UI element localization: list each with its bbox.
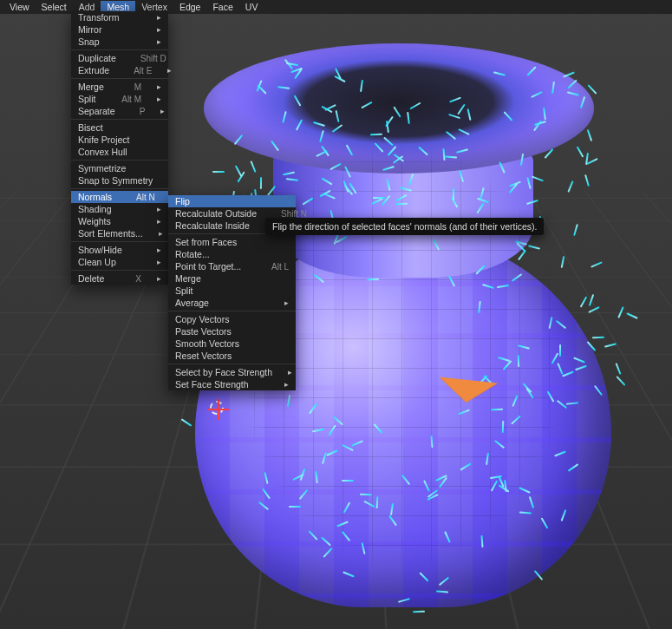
mesh-menu-item-duplicate[interactable]: DuplicateShift D bbox=[71, 52, 168, 64]
normal-tick bbox=[387, 146, 396, 156]
normal-tick bbox=[533, 121, 542, 131]
menu-item-label: Average bbox=[175, 298, 209, 309]
normal-tick bbox=[286, 179, 298, 182]
menu-item-label: Split bbox=[78, 94, 95, 105]
normal-tick bbox=[336, 110, 340, 122]
mesh-menu-item-weights[interactable]: Weights▸ bbox=[71, 215, 168, 227]
menubar-item-select[interactable]: Select bbox=[36, 1, 73, 13]
chevron-right-icon: ▸ bbox=[160, 106, 165, 117]
normal-tick bbox=[531, 91, 542, 98]
normals-menu-item-smooth-vectors[interactable]: Smooth Vectors bbox=[168, 337, 296, 350]
normals-menu-item-select-by-face-strength[interactable]: Select by Face Strength▸ bbox=[168, 366, 296, 378]
chevron-right-icon: ▸ bbox=[157, 245, 161, 256]
menu-item-label: Copy Vectors bbox=[175, 314, 229, 325]
menubar-item-face[interactable]: Face bbox=[206, 1, 238, 13]
menubar-item-uv[interactable]: UV bbox=[239, 1, 264, 13]
normals-menu-item-paste-vectors[interactable]: Paste Vectors bbox=[168, 325, 296, 337]
normal-tick bbox=[386, 121, 389, 133]
menu-item-label: Symmetrize bbox=[78, 163, 126, 174]
mesh-menu-item-convex-hull[interactable]: Convex Hull bbox=[71, 146, 168, 158]
mesh-menu-item-bisect[interactable]: Bisect bbox=[71, 121, 168, 134]
mesh-menu-item-merge[interactable]: MergeM▸ bbox=[71, 81, 168, 93]
normal-tick bbox=[577, 146, 584, 157]
normals-menu-item-flip[interactable]: Flip bbox=[168, 195, 296, 207]
normal-tick bbox=[449, 97, 461, 103]
menu-item-label: Convex Hull bbox=[78, 147, 127, 158]
menu-item-shortcut: Alt E bbox=[134, 65, 152, 76]
normals-menu-item-average[interactable]: Average▸ bbox=[168, 297, 296, 309]
menu-item-label: Set from Faces bbox=[175, 237, 237, 248]
mesh-menu-item-normals[interactable]: NormalsAlt N▸ bbox=[71, 191, 168, 203]
normal-tick bbox=[586, 158, 597, 165]
normal-tick bbox=[393, 155, 404, 164]
normal-tick bbox=[293, 95, 301, 107]
menu-item-label: Split bbox=[175, 285, 192, 297]
normal-tick bbox=[284, 59, 293, 69]
normal-tick bbox=[446, 131, 456, 140]
mesh-menu-item-extrude[interactable]: ExtrudeAlt E▸ bbox=[71, 64, 168, 76]
normals-menu-item-rotate[interactable]: Rotate... bbox=[168, 248, 296, 260]
normal-tick bbox=[466, 108, 471, 121]
normal-tick bbox=[509, 181, 521, 187]
menu-item-label: Merge bbox=[175, 273, 201, 285]
normal-tick bbox=[256, 80, 262, 92]
mesh-menu-item-separator bbox=[71, 241, 168, 242]
mesh-menu-item-knife-project[interactable]: Knife Project bbox=[71, 134, 168, 146]
normals-menu-item-set-face-strength[interactable]: Set Face Strength▸ bbox=[168, 378, 296, 390]
normal-tick bbox=[361, 102, 372, 109]
normal-tick bbox=[212, 171, 225, 173]
normal-tick bbox=[295, 69, 303, 80]
tooltip: Flip the direction of selected faces' no… bbox=[265, 218, 544, 235]
normal-tick bbox=[360, 80, 363, 92]
menubar-item-edge[interactable]: Edge bbox=[173, 1, 207, 13]
normal-tick bbox=[408, 174, 414, 186]
mesh-menu-item-show-hide[interactable]: Show/Hide▸ bbox=[71, 244, 168, 256]
menu-item-label: Sort Elements... bbox=[78, 228, 143, 239]
menu-item-label: Smooth Vectors bbox=[175, 338, 239, 350]
normal-tick bbox=[499, 161, 505, 174]
vase-rim bbox=[204, 43, 594, 174]
mesh-menu-item-delete[interactable]: DeleteX▸ bbox=[71, 272, 168, 285]
normals-menu-item-reset-vectors[interactable]: Reset Vectors bbox=[168, 350, 296, 362]
normal-tick bbox=[238, 172, 245, 183]
normal-tick bbox=[282, 111, 286, 123]
normal-tick bbox=[543, 108, 546, 120]
normal-tick bbox=[588, 84, 597, 95]
mesh-menu-item-separate[interactable]: SeparateP▸ bbox=[71, 105, 168, 117]
menu-item-label: Normals bbox=[78, 192, 112, 203]
chevron-right-icon: ▸ bbox=[159, 228, 163, 239]
normal-tick bbox=[567, 79, 577, 88]
mesh-menu-item-split[interactable]: SplitAlt M▸ bbox=[71, 93, 168, 105]
mesh-menu-item-symmetrize[interactable]: Symmetrize bbox=[71, 162, 168, 174]
normals-menu-item-set-from-faces[interactable]: Set from Faces bbox=[168, 236, 296, 248]
menu-item-shortcut: Alt M bbox=[121, 94, 141, 105]
normals-menu-item-merge[interactable]: Merge bbox=[168, 272, 296, 285]
normals-menu-item-split[interactable]: Split bbox=[168, 285, 296, 297]
normal-tick bbox=[250, 161, 256, 173]
mesh-menu-item-sort-elements[interactable]: Sort Elements...▸ bbox=[71, 227, 168, 239]
mesh-menu-item-mirror[interactable]: Mirror▸ bbox=[71, 23, 168, 36]
normal-tick bbox=[322, 106, 333, 113]
chevron-right-icon: ▸ bbox=[157, 273, 161, 285]
normal-tick bbox=[344, 166, 351, 177]
normal-tick bbox=[335, 68, 342, 79]
menu-item-label: Set Face Strength bbox=[175, 379, 249, 390]
mesh-menu-item-clean-up[interactable]: Clean Up▸ bbox=[71, 256, 168, 268]
mesh-menu[interactable]: Transform▸Mirror▸Snap▸DuplicateShift DEx… bbox=[71, 11, 168, 285]
normal-tick bbox=[534, 121, 546, 126]
mesh-menu-item-transform[interactable]: Transform▸ bbox=[71, 11, 168, 23]
normal-tick bbox=[527, 177, 532, 189]
normals-menu-item-point-to-target[interactable]: Point to Target...Alt L bbox=[168, 260, 296, 272]
normals-menu-item-copy-vectors[interactable]: Copy Vectors bbox=[168, 313, 296, 325]
normal-tick bbox=[324, 104, 336, 111]
mesh-menu-item-separator bbox=[71, 188, 168, 189]
normal-tick bbox=[504, 111, 513, 121]
menu-item-label: Paste Vectors bbox=[175, 326, 232, 337]
mesh-menu-item-separator bbox=[71, 49, 168, 50]
normal-tick bbox=[458, 129, 470, 136]
menubar-item-view[interactable]: View bbox=[3, 1, 36, 13]
normal-tick bbox=[585, 174, 590, 187]
mesh-menu-item-snap-to-symmetry[interactable]: Snap to Symmetry bbox=[71, 174, 168, 187]
mesh-menu-item-shading[interactable]: Shading▸ bbox=[71, 203, 168, 215]
mesh-menu-item-snap[interactable]: Snap▸ bbox=[71, 36, 168, 48]
